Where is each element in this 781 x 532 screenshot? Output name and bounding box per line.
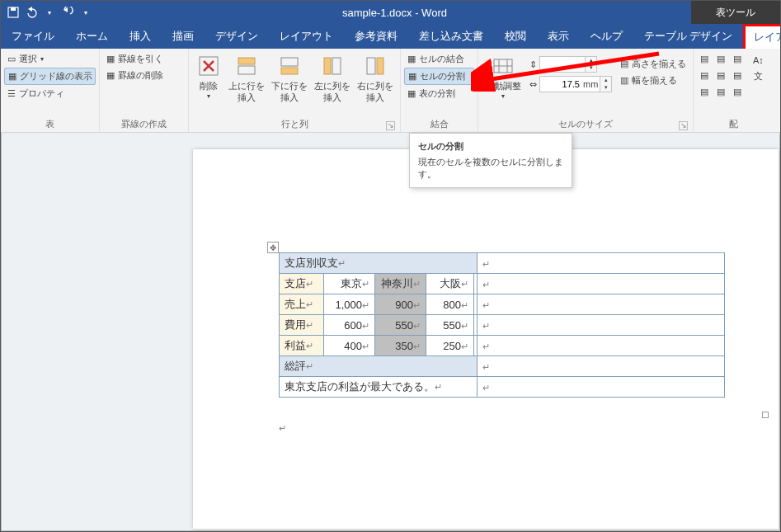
split-cells-button[interactable]: ▦ セルの分割 — [404, 68, 474, 85]
table-resize-handle-icon[interactable] — [762, 412, 769, 418]
table-cell[interactable]: ↵ — [478, 294, 725, 315]
align-top-right-button[interactable]: ▤ — [730, 51, 745, 66]
table-cell[interactable]: 1,000↵ — [324, 294, 375, 315]
table-cell[interactable]: 費用↵ — [280, 315, 324, 336]
table-row[interactable]: 利益↵ 400↵ 350↵ 250↵ ↵ — [280, 336, 725, 356]
page[interactable]: ✥ 支店別収支↵ ↵ 支店↵ 東京↵ 神奈川↵ 大阪↵ ↵ 売上↵ 1,000↵… — [193, 149, 779, 529]
table-cell[interactable]: 600↵ — [324, 315, 375, 336]
table-row[interactable]: 東京支店の利益が最大である。↵ ↵ — [280, 377, 725, 398]
tab-draw[interactable]: 描画 — [162, 24, 205, 49]
save-icon[interactable] — [6, 5, 21, 20]
spin-down-icon[interactable]: ▾ — [600, 84, 611, 92]
select-button[interactable]: ▭ 選択 ▾ — [4, 51, 96, 67]
split-table-button[interactable]: ▦ 表の分割 — [404, 86, 474, 101]
group-merge-label: 結合 — [404, 116, 474, 132]
table-cell[interactable]: ↵ — [478, 253, 725, 274]
table-move-handle-icon[interactable]: ✥ — [267, 242, 279, 253]
document-table[interactable]: 支店別収支↵ ↵ 支店↵ 東京↵ 神奈川↵ 大阪↵ ↵ 売上↵ 1,000↵ 9… — [279, 252, 725, 398]
table-cell[interactable]: 売上↵ — [280, 294, 324, 315]
tab-mailings[interactable]: 差し込み文書 — [408, 24, 494, 49]
text-direction-label: 文 — [754, 71, 763, 82]
align-mid-right-button[interactable]: ▤ — [730, 68, 745, 82]
redo-icon[interactable] — [60, 5, 75, 20]
table-row[interactable]: 支店↵ 東京↵ 神奈川↵ 大阪↵ ↵ — [280, 274, 725, 294]
insert-col-left-button[interactable]: 左に列を 挿入 — [311, 51, 354, 106]
undo-icon[interactable] — [24, 5, 39, 20]
distribute-rows-button[interactable]: ▤ 高さを揃える — [617, 56, 689, 72]
tab-design[interactable]: デザイン — [205, 24, 269, 49]
table-row[interactable]: 売上↵ 1,000↵ 900↵ 800↵ ↵ — [280, 294, 725, 315]
table-cell[interactable]: ↵ — [478, 356, 725, 377]
dialog-launcher-icon[interactable]: ↘ — [386, 121, 395, 130]
insert-col-right-button[interactable]: 右に列を 挿入 — [354, 51, 397, 106]
paragraph-mark-icon: ↵ — [279, 423, 286, 434]
table-cell[interactable]: 250↵ — [426, 336, 474, 356]
align-mid-left-button[interactable]: ▤ — [697, 68, 712, 82]
align-bot-right-button[interactable]: ▤ — [730, 84, 745, 99]
col-width-field[interactable] — [540, 79, 581, 89]
tab-review[interactable]: 校閲 — [494, 24, 537, 49]
table-header-cell[interactable]: 神奈川↵ — [375, 274, 426, 294]
merge-cells-button[interactable]: ▦ セルの結合 — [404, 51, 474, 67]
row-height-input[interactable]: ▴▾ — [539, 56, 597, 73]
table-cell[interactable]: 800↵ — [426, 294, 474, 315]
tab-help[interactable]: ヘルプ — [580, 24, 633, 49]
table-cell[interactable]: ↵ — [478, 377, 725, 398]
table-header-cell[interactable]: 東京↵ — [324, 274, 375, 294]
table-header-cell[interactable]: 大阪↵ — [426, 274, 474, 294]
table-cell[interactable]: 550↵ — [375, 315, 426, 336]
tab-home[interactable]: ホーム — [65, 24, 119, 49]
table-cell[interactable]: 総評↵ — [280, 356, 478, 377]
table-cell[interactable]: 400↵ — [324, 336, 375, 356]
tab-references[interactable]: 参考資料 — [344, 24, 408, 49]
delete-button[interactable]: 削除 ▾ — [192, 51, 225, 102]
svg-rect-10 — [377, 58, 383, 74]
autofit-button[interactable]: 自動調整 ▾ — [482, 51, 525, 102]
table-row[interactable]: 費用↵ 600↵ 550↵ 550↵ ↵ — [280, 315, 725, 336]
table-cell[interactable]: 900↵ — [375, 294, 426, 315]
table-cell[interactable]: ↵ — [478, 274, 725, 294]
group-table: ▭ 選択 ▾ ▦ グリッド線の表示 ☰ プロパティ 表 — [1, 49, 100, 132]
align-bot-left-button[interactable]: ▤ — [697, 84, 712, 99]
table-row[interactable]: 支店別収支↵ ↵ — [280, 253, 725, 274]
spin-up-icon[interactable]: ▴ — [586, 57, 596, 64]
properties-button[interactable]: ☰ プロパティ — [4, 86, 96, 101]
erase-border-button[interactable]: ▦ 罫線の削除 — [103, 68, 167, 83]
align-mid-center-button[interactable]: ▤ — [713, 68, 728, 82]
table-cell[interactable]: ↵ — [478, 336, 725, 356]
align-bot-center-button[interactable]: ▤ — [713, 84, 728, 99]
insert-row-below-button[interactable]: 下に行を 挿入 — [268, 51, 311, 106]
tab-file[interactable]: ファイル — [1, 24, 65, 49]
table-cell[interactable]: 550↵ — [426, 315, 474, 336]
table-title-cell[interactable]: 支店別収支↵ — [280, 253, 478, 274]
table-cell[interactable]: ↵ — [478, 315, 725, 336]
cell-text: 神奈川 — [381, 277, 413, 290]
merge-cells-label: セルの結合 — [419, 53, 464, 65]
table-cell[interactable]: 東京支店の利益が最大である。↵ — [280, 377, 478, 398]
table-cell[interactable]: 利益↵ — [280, 336, 324, 356]
row-height-field[interactable] — [540, 59, 581, 69]
undo-dropdown-icon[interactable]: ▾ — [42, 5, 57, 20]
align-top-left-button[interactable]: ▤ — [697, 51, 712, 66]
align-top-center-button[interactable]: ▤ — [713, 51, 728, 66]
spin-down-icon[interactable]: ▾ — [586, 64, 596, 72]
view-gridlines-button[interactable]: ▦ グリッド線の表示 — [4, 68, 96, 85]
tab-insert[interactable]: 挿入 — [119, 24, 162, 49]
draw-border-button[interactable]: ▦ 罫線を引く — [103, 51, 167, 67]
table-header-cell[interactable]: 支店↵ — [280, 274, 324, 294]
group-align-label: 配 — [697, 116, 769, 132]
tab-table-layout[interactable]: レイアウト — [743, 24, 781, 49]
table-row[interactable]: 総評↵ ↵ — [280, 356, 725, 377]
tooltip: セルの分割 現在のセルを複数のセルに分割します。 — [409, 133, 572, 188]
spin-up-icon[interactable]: ▴ — [600, 77, 611, 84]
col-width-input[interactable]: mm ▴▾ — [539, 76, 612, 92]
tab-view[interactable]: 表示 — [537, 24, 580, 49]
table-cell[interactable]: 350↵ — [375, 336, 426, 356]
tab-table-design[interactable]: テーブル デザイン — [633, 24, 743, 49]
text-direction-button[interactable]: A↕ 文 — [746, 51, 769, 84]
insert-row-above-button[interactable]: 上に行を 挿入 — [225, 51, 268, 106]
tab-layout[interactable]: レイアウト — [269, 24, 344, 49]
distribute-cols-button[interactable]: ▥ 幅を揃える — [617, 73, 689, 88]
dialog-launcher-icon[interactable]: ↘ — [679, 121, 688, 130]
qat-customize-icon[interactable]: ▾ — [78, 5, 93, 20]
